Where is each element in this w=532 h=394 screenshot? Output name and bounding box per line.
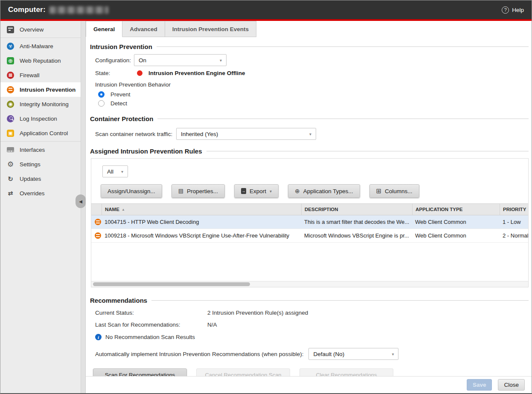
- help-button[interactable]: ? Help: [502, 6, 524, 14]
- export-file-icon: [241, 188, 246, 194]
- application-types-icon: [295, 188, 300, 194]
- log-inspection-icon: [7, 115, 14, 122]
- column-header-priority[interactable]: PRIORITY: [500, 204, 528, 215]
- overrides-icon: [7, 190, 14, 197]
- assign-unassign-button[interactable]: Assign/Unassign...: [101, 184, 162, 198]
- sidebar-item-firewall[interactable]: Firewall: [0, 68, 81, 82]
- anti-malware-icon: [7, 43, 14, 50]
- last-scan-value: N/A: [207, 322, 217, 328]
- cell-application-type: Web Client Common: [412, 232, 500, 239]
- tab-bar: General Advanced Intrusion Prevention Ev…: [86, 21, 532, 37]
- sidebar-item-settings[interactable]: Settings: [0, 157, 81, 171]
- behavior-label: Intrusion Prevention Behavior: [90, 81, 529, 88]
- section-title: Assigned Intrusion Prevention Rules: [90, 148, 202, 155]
- section-divider: [151, 300, 529, 301]
- radio-prevent-label: Prevent: [110, 91, 131, 98]
- table-row[interactable]: 1004715 - HTTP Web Client Decoding This …: [91, 215, 528, 229]
- sidebar-item-label: Updates: [20, 176, 41, 182]
- sidebar-item-updates[interactable]: Updates: [0, 171, 81, 186]
- updates-icon: [7, 175, 14, 183]
- export-button[interactable]: Export ▾: [234, 184, 279, 198]
- sidebar: Overview Anti-Malware Web Reputation Fir…: [0, 21, 81, 393]
- configuration-dropdown[interactable]: On ▾: [134, 54, 227, 66]
- radio-prevent[interactable]: [98, 91, 105, 98]
- sidebar-item-overrides[interactable]: Overrides: [0, 186, 81, 200]
- tab-general[interactable]: General: [86, 21, 122, 37]
- chevron-down-icon: ▾: [392, 352, 394, 356]
- computer-details-window: Computer: ? Help Overview Anti-Malware W…: [0, 0, 532, 394]
- scan-container-dropdown[interactable]: Inherited (Yes) ▾: [176, 128, 316, 140]
- chevron-down-icon: ▾: [220, 58, 222, 63]
- close-button[interactable]: Close: [498, 379, 525, 391]
- tab-advanced[interactable]: Advanced: [122, 21, 165, 37]
- sidebar-collapse-handle[interactable]: ◀: [76, 194, 86, 208]
- sidebar-item-label: Intrusion Prevention: [20, 87, 76, 93]
- configuration-value: On: [139, 57, 146, 64]
- sidebar-item-overview[interactable]: Overview: [0, 22, 81, 37]
- column-header-label: PRIORITY: [503, 207, 526, 212]
- cell-description: Microsoft Windows VBScript Engine is pr.…: [301, 232, 412, 239]
- sidebar-item-application-control[interactable]: Application Control: [0, 126, 81, 140]
- rules-filter-dropdown[interactable]: All ▾: [102, 165, 128, 177]
- export-label: Export: [250, 188, 266, 194]
- tab-intrusion-prevention-events[interactable]: Intrusion Prevention Events: [165, 21, 256, 37]
- radio-detect[interactable]: [98, 100, 105, 107]
- status-dot-red-icon: [137, 70, 142, 76]
- application-types-button[interactable]: Application Types...: [288, 184, 360, 198]
- cell-application-type: Web Client Common: [412, 219, 500, 225]
- scrollbar-thumb[interactable]: [93, 282, 250, 286]
- interfaces-icon: [7, 147, 14, 152]
- firewall-icon: [7, 72, 14, 79]
- application-control-icon: [7, 130, 14, 137]
- auto-implement-dropdown[interactable]: Default (No) ▾: [308, 348, 398, 360]
- table-empty-area: [91, 243, 528, 281]
- section-intrusion-prevention: Intrusion Prevention: [90, 43, 529, 50]
- title-bar: Computer: ? Help: [0, 0, 532, 19]
- column-header-description[interactable]: DESCRIPTION: [301, 204, 412, 215]
- sidebar-item-web-reputation[interactable]: Web Reputation: [0, 53, 81, 68]
- save-button[interactable]: Save: [467, 379, 492, 391]
- radio-detect-label: Detect: [110, 100, 127, 107]
- state-label: State:: [95, 70, 137, 76]
- cell-description: This is a smart filter that decodes the …: [301, 219, 412, 225]
- properties-button[interactable]: Properties...: [172, 184, 225, 198]
- section-divider: [206, 151, 529, 151]
- sidebar-item-label: Application Control: [20, 130, 68, 136]
- clear-recommendations-button[interactable]: Clear Recommendations: [299, 368, 393, 376]
- computer-name-redacted: [49, 6, 108, 14]
- column-header-application-type[interactable]: APPLICATION TYPE: [412, 204, 500, 215]
- sidebar-item-label: Firewall: [20, 72, 40, 78]
- section-title: Intrusion Prevention: [90, 43, 152, 50]
- columns-label: Columns...: [385, 188, 413, 194]
- sidebar-item-label: Overrides: [20, 190, 45, 197]
- assigned-rules-panel: All ▾ Assign/Unassign... Properties...: [91, 158, 529, 287]
- sidebar-item-label: Web Reputation: [20, 58, 61, 64]
- column-header-name[interactable]: NAME ▲: [102, 204, 301, 215]
- chevron-down-icon: ▾: [121, 169, 123, 174]
- sidebar-item-label: Overview: [20, 26, 44, 33]
- sidebar-item-interfaces[interactable]: Interfaces: [0, 142, 81, 157]
- overview-icon: [7, 26, 14, 33]
- rules-table-header: NAME ▲ DESCRIPTION APPLICATION TYPE PRIO…: [91, 203, 528, 215]
- sidebar-item-log-inspection[interactable]: Log Inspection: [0, 111, 81, 126]
- sidebar-item-anti-malware[interactable]: Anti-Malware: [0, 39, 81, 53]
- sidebar-item-label: Log Inspection: [20, 116, 57, 122]
- application-types-label: Application Types...: [303, 188, 353, 194]
- table-row[interactable]: 1009218 - Microsoft Windows VBScript Eng…: [91, 229, 528, 243]
- help-circle-icon: ?: [502, 6, 509, 14]
- sidebar-item-integrity-monitoring[interactable]: Integrity Monitoring: [0, 97, 81, 111]
- cell-name: 1009218 - Microsoft Windows VBScript Eng…: [102, 232, 301, 239]
- cell-priority: 1 - Low: [500, 219, 528, 225]
- sidebar-item-intrusion-prevention[interactable]: Intrusion Prevention: [0, 82, 81, 97]
- horizontal-scrollbar[interactable]: [91, 281, 528, 287]
- last-scan-label: Last Scan for Recommendations:: [95, 322, 207, 328]
- window-title: Computer:: [8, 6, 46, 14]
- integrity-monitoring-icon: [7, 101, 14, 108]
- cancel-recommendation-scan-button[interactable]: Cancel Recommendation Scan: [196, 368, 290, 376]
- columns-button[interactable]: Columns...: [369, 184, 419, 198]
- column-header-label: NAME: [105, 207, 119, 212]
- recommendation-notice: No Recommendation Scan Results: [105, 334, 195, 340]
- sidebar-separator: [0, 141, 81, 142]
- scan-for-recommendations-button[interactable]: Scan For Recommendations: [93, 368, 187, 376]
- header-icon-column: [91, 204, 102, 215]
